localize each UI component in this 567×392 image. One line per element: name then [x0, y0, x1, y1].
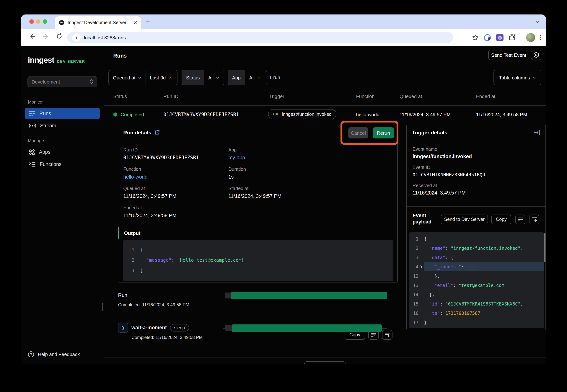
toolbar-right-cluster	[472, 29, 541, 46]
line-number: 1	[123, 247, 134, 252]
collapse-panel-icon[interactable]	[534, 130, 540, 135]
updown-chevron-icon	[89, 79, 93, 84]
close-window-button[interactable]	[29, 19, 34, 24]
time-filter[interactable]: Queued at Last 3d	[108, 70, 177, 85]
sidebar-item-help[interactable]: ? Help and Feedback	[28, 351, 80, 357]
field-ended-at: Ended at11/16/2024, 3:49:58 PM	[123, 205, 228, 218]
code-content: "data": {	[424, 253, 544, 262]
gear-icon	[533, 52, 539, 58]
forward-icon[interactable]	[43, 33, 49, 40]
wrap-text-button[interactable]	[515, 215, 525, 224]
profile-avatar[interactable]	[526, 33, 535, 42]
tab-title: Inngest Development Server	[68, 20, 130, 25]
timeline-step-bar[interactable]	[223, 324, 387, 332]
code-content: },	[424, 271, 544, 281]
help-label: Help and Feedback	[38, 351, 80, 357]
time-field-select[interactable]: Queued at	[109, 70, 145, 85]
app-filter[interactable]: App All	[228, 70, 267, 85]
field-label: Started at	[228, 186, 393, 191]
field-label: Received at	[412, 183, 485, 188]
line-number: 16	[409, 310, 418, 316]
token: "test@example.com"	[459, 283, 507, 288]
bookmark-star-icon[interactable]	[472, 34, 479, 41]
expand-chevron-icon[interactable]: ❯	[418, 264, 424, 269]
app-filter-select[interactable]: All	[245, 70, 265, 85]
field-label: Event name	[412, 147, 485, 152]
partial-button[interactable]	[304, 361, 346, 364]
table-columns-button[interactable]: Table columns	[494, 70, 541, 85]
token: :	[171, 257, 177, 263]
minimize-window-button[interactable]	[36, 19, 41, 24]
site-info-icon[interactable]: i	[72, 33, 81, 42]
field-value: 01JCVBTMTKNHNHZ3SN64R51BQD	[412, 172, 485, 177]
token: :	[440, 310, 445, 316]
password-extension-icon[interactable]	[483, 34, 491, 42]
status-filter[interactable]: Status All	[182, 70, 224, 85]
sidebar-item-functions[interactable]: Functions	[25, 158, 100, 170]
row-status: Completed	[121, 112, 144, 117]
extension-icon[interactable]	[496, 34, 504, 41]
extensions-puzzle-icon[interactable]	[508, 34, 516, 41]
output-code-block[interactable]: 1{2"message": "Hello test@example.com!"3…	[123, 240, 393, 281]
sidebar-item-runs[interactable]: Runs	[25, 108, 100, 119]
status-filter-select[interactable]: All	[204, 70, 224, 85]
browser-toolbar: i localhost:8288/runs	[21, 29, 546, 46]
code-content: {	[140, 244, 393, 255]
bottom-divider	[104, 357, 546, 357]
code-content: "_inngest": {⋯	[424, 262, 544, 271]
token: "data"	[429, 255, 445, 260]
code-content: }	[140, 265, 393, 275]
token: ,	[520, 301, 523, 307]
payload-scrollbar-thumb[interactable]	[544, 233, 545, 262]
column-header-trigger: Trigger	[269, 94, 284, 99]
external-link-icon[interactable]	[155, 130, 160, 135]
new-tab-button[interactable]: +	[146, 19, 150, 25]
token: "inngest/function.invoked"	[451, 246, 521, 251]
field-value[interactable]: hello-world	[123, 174, 228, 180]
toolbar-divider	[521, 35, 521, 40]
field-value[interactable]: my-app	[228, 155, 393, 160]
stream-icon	[29, 123, 36, 128]
field-value: 1s	[228, 174, 393, 180]
send-to-dev-server-button[interactable]: Send to Dev Server	[441, 215, 488, 224]
leader-line	[223, 328, 225, 329]
tab-close-icon[interactable]: ✕	[133, 20, 137, 25]
token: "email"	[434, 283, 453, 288]
reload-icon[interactable]	[56, 33, 62, 39]
token: "01JCVBTMTKR41S8STTKEXSKX6C"	[445, 301, 521, 307]
sidebar-item-apps[interactable]: Apps	[25, 146, 100, 158]
token: {	[424, 236, 427, 241]
copy-payload-button[interactable]: Copy	[491, 215, 511, 224]
status-filter-label: Status	[182, 70, 204, 85]
sidebar: inngest DEV SERVER Development MonitorRu…	[21, 46, 104, 364]
browser-tab[interactable]: Inngest Development Server ✕	[55, 16, 141, 29]
sidebar-item-label: Runs	[39, 111, 51, 116]
scroll-to-bottom-button[interactable]	[529, 215, 539, 224]
trigger-pill[interactable]: inngest/function.invoked	[268, 109, 336, 119]
send-test-event-button[interactable]: Send Test Event	[488, 50, 529, 60]
scrollbar-thumb[interactable]	[102, 303, 103, 311]
event-payload-code-block[interactable]: 1{2"name": "inngest/function.invoked",3"…	[409, 232, 544, 328]
back-icon[interactable]	[29, 33, 36, 40]
sidebar-item-stream[interactable]: Stream	[25, 120, 100, 131]
browser-menu-kebab-icon[interactable]	[540, 35, 541, 41]
column-header-status: Status	[113, 94, 127, 99]
code-line-4[interactable]: 4❯"_inngest": {⋯	[409, 262, 544, 271]
environment-selector[interactable]: Development	[28, 76, 97, 87]
settings-gear-button[interactable]	[531, 50, 541, 60]
field-app: Appmy-app	[228, 147, 393, 160]
field-label: Event ID	[412, 165, 485, 170]
trigger-details-title: Trigger details	[412, 129, 531, 136]
line-number: 14	[409, 292, 418, 297]
token: },	[429, 292, 435, 297]
time-range-select[interactable]: Last 3d	[145, 70, 176, 85]
address-bar[interactable]: i localhost:8288/runs	[67, 32, 453, 43]
timeline-run-bar[interactable]	[225, 292, 387, 299]
svg-text:?: ?	[30, 352, 32, 356]
expand-step-button[interactable]: ❯	[118, 322, 128, 333]
timeline-step-label: wait-a-moment	[131, 325, 167, 330]
row-queued-at: 11/16/2024, 3:49:57 PM	[399, 112, 451, 117]
tab-search-chevron-icon[interactable]	[533, 18, 541, 26]
field-queued-at: Queued at11/16/2024, 3:49:57 PM	[123, 186, 228, 199]
zoom-window-button[interactable]	[43, 19, 47, 24]
